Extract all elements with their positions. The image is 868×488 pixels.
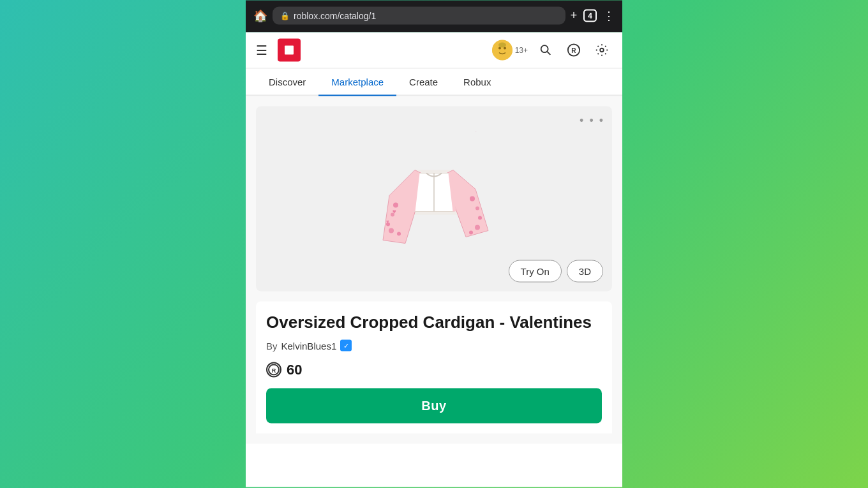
nav-robux[interactable]: Robux xyxy=(451,68,504,94)
phone-container: 🏠 🔒 roblox.com/catalog/1 + 4 ⋮ ☰ xyxy=(246,0,622,488)
product-creator: By KelvinBlues1 ✓ xyxy=(266,340,602,351)
browser-bar: 🏠 🔒 roblox.com/catalog/1 + 4 ⋮ xyxy=(253,4,615,27)
content-area: • • • xyxy=(246,96,622,444)
roblox-logo[interactable] xyxy=(278,38,301,61)
roblox-site: ☰ xyxy=(246,32,622,487)
view-3d-button[interactable]: 3D xyxy=(567,260,603,282)
svg-point-10 xyxy=(393,202,398,207)
try-on-button[interactable]: Try On xyxy=(509,260,562,282)
svg-point-14 xyxy=(397,232,401,235)
more-options-dots[interactable]: • • • xyxy=(580,114,604,127)
cardigan-image: ♥ ♥ ♥ xyxy=(370,131,498,265)
robux-symbol: R xyxy=(268,364,280,376)
svg-point-9 xyxy=(600,48,604,52)
robux-currency-icon: R xyxy=(266,362,281,378)
svg-point-4 xyxy=(498,42,506,47)
creator-name[interactable]: KelvinBlues1 xyxy=(281,340,337,351)
avatar-badge[interactable]: 13+ xyxy=(492,40,528,60)
svg-text:R: R xyxy=(272,367,276,374)
hamburger-menu-icon[interactable]: ☰ xyxy=(256,42,267,57)
browser-chrome: 🏠 🔒 roblox.com/catalog/1 + 4 ⋮ xyxy=(246,0,622,32)
settings-button[interactable] xyxy=(592,40,612,60)
tab-count[interactable]: 4 xyxy=(583,9,597,22)
search-button[interactable] xyxy=(535,40,556,60)
avatar-svg xyxy=(492,40,513,60)
lock-icon: 🔒 xyxy=(280,11,290,20)
url-text: roblox.com/catalog/1 xyxy=(294,10,558,20)
svg-point-18 xyxy=(475,225,480,230)
svg-rect-0 xyxy=(285,45,294,54)
product-image-container: • • • xyxy=(256,106,612,291)
avatar-img xyxy=(492,40,513,60)
age-badge: 13+ xyxy=(515,45,528,54)
svg-point-15 xyxy=(470,196,475,201)
browser-actions: + 4 ⋮ xyxy=(571,8,615,22)
svg-point-5 xyxy=(541,45,548,52)
nav-marketplace[interactable]: Marketplace xyxy=(318,68,396,96)
nav-create[interactable]: Create xyxy=(396,68,451,94)
price-amount: 60 xyxy=(287,362,302,378)
robux-button[interactable]: R xyxy=(564,40,584,60)
svg-text:♥: ♥ xyxy=(474,131,478,133)
svg-point-17 xyxy=(478,216,482,219)
svg-point-13 xyxy=(389,228,394,233)
search-icon xyxy=(539,43,553,57)
svg-text:R: R xyxy=(571,47,576,54)
action-buttons: Try On 3D xyxy=(509,260,603,282)
home-icon[interactable]: 🏠 xyxy=(253,8,267,22)
product-details: Oversized Cropped Cardigan - Valentines … xyxy=(256,301,612,434)
buy-button[interactable]: Buy xyxy=(266,388,602,424)
svg-line-6 xyxy=(547,51,550,54)
url-bar[interactable]: 🔒 roblox.com/catalog/1 xyxy=(273,6,565,24)
gear-icon xyxy=(595,43,609,57)
creator-prefix: By xyxy=(266,340,278,351)
svg-point-16 xyxy=(475,206,479,210)
svg-point-19 xyxy=(469,230,473,234)
add-tab-icon[interactable]: + xyxy=(571,9,578,22)
svg-text:♥: ♥ xyxy=(393,207,396,214)
robux-icon: R xyxy=(567,43,581,57)
roblox-logo-icon xyxy=(282,43,296,57)
nav-menu: Discover Marketplace Create Robux xyxy=(246,68,622,96)
more-icon[interactable]: ⋮ xyxy=(603,8,615,22)
product-title: Oversized Cropped Cardigan - Valentines xyxy=(266,311,602,332)
nav-bar: ☰ xyxy=(246,32,622,68)
product-price: R 60 xyxy=(266,362,602,378)
svg-text:♥: ♥ xyxy=(386,218,389,224)
nav-discover[interactable]: Discover xyxy=(256,68,318,94)
nav-icons: 13+ R xyxy=(492,40,612,60)
verified-badge: ✓ xyxy=(340,340,352,351)
